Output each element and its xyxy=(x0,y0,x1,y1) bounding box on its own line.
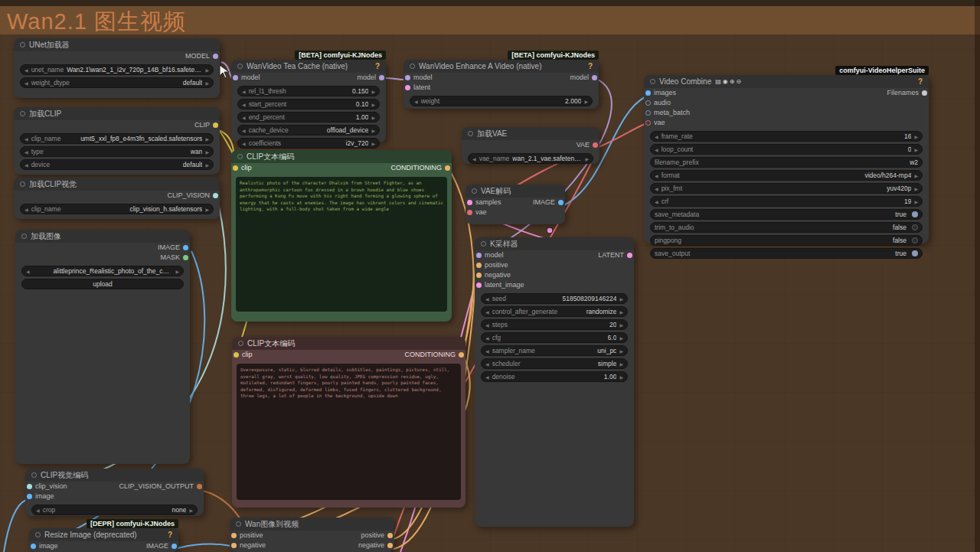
prompt-textarea[interactable]: Realistic photo of the character Dhalsim… xyxy=(236,177,447,312)
increment-arrow-icon[interactable]: ▶ xyxy=(584,99,588,104)
rel_l1_thresh-widget[interactable]: ◀rel_l1_thresh0.150▶ xyxy=(237,86,380,96)
prompt-textarea[interactable]: Overexposure, static, blurred details, s… xyxy=(237,364,461,500)
decrement-arrow-icon[interactable]: ◀ xyxy=(242,141,246,146)
increment-arrow-icon[interactable]: ▶ xyxy=(175,269,179,274)
node-graph-canvas[interactable]: Wan2.1 图生视频 UNet加载器MODEL◀unet_nameWan2.1… xyxy=(0,0,980,552)
positive-input-port[interactable] xyxy=(476,263,482,268)
help-icon[interactable]: ? xyxy=(918,77,923,86)
decrement-arrow-icon[interactable]: ◀ xyxy=(485,335,489,341)
clip-vision-encode-node[interactable]: CLIP视觉编码clip_visionCLIP_VISION_OUTPUTima… xyxy=(25,469,204,516)
trim_to_audio-widget[interactable]: trim_to_audiofalse xyxy=(650,222,923,233)
conditioning-output-port[interactable] xyxy=(445,165,450,171)
record-icon[interactable]: ◉ xyxy=(723,78,728,85)
load-vae-node[interactable]: 加载VAEVAE◀vae_namewan_2.1_vae.safetensors… xyxy=(462,127,599,164)
type-widget[interactable]: ◀typewan▶ xyxy=(20,146,214,157)
save_output-widget[interactable]: save_outputtrue xyxy=(650,248,923,259)
decrement-arrow-icon[interactable]: ◀ xyxy=(655,173,658,178)
clip-input-port[interactable] xyxy=(233,165,238,171)
decrement-arrow-icon[interactable]: ◀ xyxy=(24,149,28,155)
increment-arrow-icon[interactable]: ▶ xyxy=(619,361,623,367)
help-icon[interactable]: ? xyxy=(168,531,172,539)
increment-arrow-icon[interactable]: ▶ xyxy=(371,89,375,94)
increment-arrow-icon[interactable]: ▶ xyxy=(619,374,623,380)
video-combine-node[interactable]: comfyui-VideoHelperSuiteVideo Combine▤◉⊕… xyxy=(644,75,929,243)
collapse-icon[interactable] xyxy=(238,341,243,346)
end_percent-widget[interactable]: ◀end_percent1.00▶ xyxy=(237,112,380,122)
pingpong-widget[interactable]: pingpongfalse xyxy=(650,235,923,246)
toggle-on-icon[interactable] xyxy=(912,211,918,217)
remove-icon[interactable]: ⊖ xyxy=(736,78,741,85)
decrement-arrow-icon[interactable]: ◀ xyxy=(485,374,489,380)
enhance-video-node[interactable]: [BETA] comfyui-KJNodesWanVideo Enhance A… xyxy=(403,60,599,109)
clip-loader-node[interactable]: 加载CLIPCLIP◀clip_nameumt5_xxl_fp8_e4m3fn_… xyxy=(14,107,220,175)
ksampler-node[interactable]: K采样器modelLATENTpositivenegativelatent_im… xyxy=(475,237,634,527)
sampler_name-widget[interactable]: ◀sampler_nameuni_pc▶ xyxy=(481,345,628,356)
collapse-icon[interactable] xyxy=(20,181,25,187)
coefficients-widget[interactable]: ◀coefficientsi2v_720▶ xyxy=(237,138,380,149)
vae-output-port[interactable] xyxy=(593,142,598,148)
increment-arrow-icon[interactable]: ▶ xyxy=(205,80,209,86)
toggle-on-icon[interactable] xyxy=(912,250,918,256)
collapse-icon[interactable] xyxy=(20,111,25,116)
increment-arrow-icon[interactable]: ▶ xyxy=(371,128,375,133)
image-output-port[interactable] xyxy=(172,544,177,549)
decrement-arrow-icon[interactable]: ◀ xyxy=(24,67,28,73)
clip-vision-loader-node[interactable]: 加载CLIP视觉CLIP_VISION◀clip_nameclip_vision… xyxy=(14,178,220,219)
denoise-widget[interactable]: ◀denoise1.00▶ xyxy=(481,371,628,382)
negative-input-port[interactable] xyxy=(231,543,237,548)
load-image-node[interactable]: 加载图像IMAGEMASK◀alittleprince_Realistic_ph… xyxy=(15,230,190,464)
increment-arrow-icon[interactable]: ▶ xyxy=(371,115,375,120)
increment-arrow-icon[interactable]: ▶ xyxy=(619,322,623,328)
decrement-arrow-icon[interactable]: ◀ xyxy=(24,207,28,212)
decrement-arrow-icon[interactable]: ◀ xyxy=(472,156,476,162)
increment-arrow-icon[interactable]: ▶ xyxy=(371,102,375,107)
clip-text-encode-positive-node[interactable]: CLIP文本编码clipCONDITIONINGRealistic photo … xyxy=(231,150,452,322)
cache_device-widget[interactable]: ◀cache_deviceoffload_device▶ xyxy=(237,125,380,136)
clip-input-port[interactable] xyxy=(234,352,239,358)
decrement-arrow-icon[interactable]: ◀ xyxy=(36,508,40,513)
increment-arrow-icon[interactable]: ▶ xyxy=(619,309,623,315)
pix_fmt-widget[interactable]: ◀pix_fmtyuv420p▶ xyxy=(650,183,923,194)
model-input-port[interactable] xyxy=(233,75,238,80)
weight_dtype-widget[interactable]: ◀weight_dtypedefault▶ xyxy=(20,77,214,88)
format-widget[interactable]: ◀formatvideo/h264-mp4▶ xyxy=(650,170,923,181)
image-output-port[interactable] xyxy=(183,245,188,250)
collapse-icon[interactable] xyxy=(20,42,25,47)
increment-arrow-icon[interactable]: ▶ xyxy=(205,67,209,73)
clip_name-widget[interactable]: ◀clip_nameumt5_xxl_fp8_e4m3fn_scaled.saf… xyxy=(20,133,214,144)
increment-arrow-icon[interactable]: ▶ xyxy=(914,134,918,139)
image-input-port[interactable] xyxy=(31,544,36,549)
increment-arrow-icon[interactable]: ▶ xyxy=(619,348,623,354)
decrement-arrow-icon[interactable]: ◀ xyxy=(485,322,489,328)
tea-cache-node[interactable]: [BETA] comfyui-KJNodesWanVideo Tea Cache… xyxy=(231,60,386,142)
model-output-port[interactable] xyxy=(379,75,384,80)
video-preview-icons[interactable]: ▤◉⊕⊖ xyxy=(715,78,741,85)
increment-arrow-icon[interactable]: ▶ xyxy=(914,186,918,191)
toggle-off-icon[interactable] xyxy=(912,224,918,230)
meta_batch-input-port[interactable] xyxy=(645,110,651,116)
collapse-icon[interactable] xyxy=(31,472,37,478)
device-widget[interactable]: ◀devicedefault▶ xyxy=(20,159,214,170)
collapse-icon[interactable] xyxy=(237,154,243,159)
latent_image-input-port[interactable] xyxy=(476,283,482,288)
increment-arrow-icon[interactable]: ▶ xyxy=(585,156,589,162)
latent-output-port[interactable] xyxy=(627,253,632,258)
mask-output-port[interactable] xyxy=(183,255,188,260)
collapse-icon[interactable] xyxy=(35,532,41,537)
increment-arrow-icon[interactable]: ▶ xyxy=(371,141,375,146)
vae_name-widget[interactable]: ◀vae_namewan_2.1_vae.safetensors▶ xyxy=(468,153,593,164)
decrement-arrow-icon[interactable]: ◀ xyxy=(24,162,28,168)
samples-input-port[interactable] xyxy=(467,200,472,205)
decrement-arrow-icon[interactable]: ◀ xyxy=(655,199,658,204)
clip_vision-output-port[interactable] xyxy=(213,193,218,198)
increment-arrow-icon[interactable]: ▶ xyxy=(914,199,918,204)
seed-widget[interactable]: ◀seed518508209146224▶ xyxy=(481,293,628,304)
decrement-arrow-icon[interactable]: ◀ xyxy=(26,269,30,274)
collapse-icon[interactable] xyxy=(650,79,655,84)
model-input-port[interactable] xyxy=(476,253,482,258)
vae-decode-node[interactable]: VAE解码samplesIMAGEvae xyxy=(466,185,565,224)
decrement-arrow-icon[interactable]: ◀ xyxy=(242,102,246,107)
increment-arrow-icon[interactable]: ▶ xyxy=(619,296,623,302)
filenames-output-port[interactable] xyxy=(922,90,927,96)
clip_vision_output-output-port[interactable] xyxy=(197,484,202,489)
